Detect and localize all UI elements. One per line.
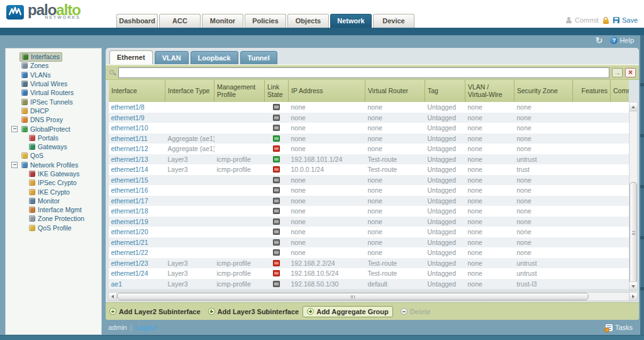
column-header-tag[interactable]: Tag (425, 80, 465, 102)
sidebar-item-ike-crypto[interactable]: IKE Crypto (6, 187, 101, 196)
sidebar-item-zone-protection[interactable]: Zone Protection (6, 214, 101, 223)
table-row[interactable]: ethernet1/12Aggregate (ae1)nonenoneUntag… (109, 144, 630, 154)
table-row[interactable]: ethernet1/8nonenoneUntaggednonenone (109, 102, 630, 113)
sidebar-item-portals[interactable]: Portals (6, 133, 101, 142)
collapse-icon[interactable] (11, 162, 18, 168)
scroll-down-arrow[interactable] (630, 281, 637, 290)
sidebar-item-dhcp[interactable]: DHCP (6, 106, 101, 115)
sidebar-item-virtual-routers[interactable]: Virtual Routers (6, 88, 101, 97)
table-row[interactable]: ethernet1/10nonenoneUntaggednonenone (109, 123, 630, 133)
vertical-scroll-thumb[interactable] (630, 182, 637, 284)
save-button[interactable]: Save (613, 16, 638, 24)
interface-link[interactable]: ethernet1/18 (109, 206, 165, 217)
column-header-security-zone[interactable]: Security Zone (514, 80, 573, 102)
nav-tab-policies[interactable]: Policies (245, 14, 286, 28)
refresh-icon[interactable]: ↻ (596, 37, 603, 44)
lock-icon[interactable] (603, 20, 609, 24)
tab-ethernet[interactable]: Ethernet (109, 50, 153, 64)
interface-link[interactable]: ethernet1/21 (109, 237, 165, 248)
table-row[interactable]: ethernet1/23Layer3icmp-profile192.168.2.… (109, 258, 630, 269)
table-row[interactable]: ethernet1/15nonenoneUntaggednonenone (109, 175, 630, 186)
interface-link[interactable]: ethernet1/14 (109, 164, 165, 175)
column-header-interface-type[interactable]: Interface Type (165, 80, 214, 102)
interface-link[interactable]: ethernet1/10 (109, 123, 165, 133)
right-panel-splitter[interactable] (640, 35, 644, 335)
column-header-virtual-router[interactable]: Virtual Router (365, 80, 425, 102)
scroll-right-arrow[interactable] (629, 293, 637, 300)
column-header-interface[interactable]: Interface (109, 80, 165, 102)
tab-tunnel[interactable]: Tunnel (240, 51, 277, 64)
search-input[interactable] (118, 67, 609, 78)
nav-tab-dashboard[interactable]: Dashboard (116, 14, 158, 28)
table-row[interactable]: ethernet1/20nonenoneUntaggednonenone (109, 227, 630, 237)
column-header-features[interactable]: Features (573, 80, 611, 102)
vertical-scrollbar[interactable] (629, 102, 638, 291)
sidebar-item-globalprotect[interactable]: GlobalProtect (6, 124, 101, 133)
table-row[interactable]: ethernet1/18nonenoneUntaggednonenone (109, 206, 630, 217)
table-row[interactable]: ethernet1/24Layer3icmp-profile192.168.10… (109, 268, 630, 279)
table-row[interactable]: ethernet1/16nonenoneUntaggednonenone (109, 185, 630, 196)
nav-tab-objects[interactable]: Objects (287, 14, 329, 28)
nav-tab-device[interactable]: Device (373, 14, 414, 28)
table-row[interactable]: ae1Layer3icmp-profile192.168.50.1/30defa… (109, 279, 630, 290)
table-row[interactable]: ethernet1/14Layer3icmp-profile10.0.0.1/2… (109, 164, 630, 175)
interface-link[interactable]: ethernet1/20 (109, 227, 165, 237)
nav-tab-monitor[interactable]: Monitor (202, 14, 243, 28)
commit-button[interactable]: Commit (565, 16, 599, 24)
interface-link[interactable]: ethernet1/13 (109, 154, 165, 165)
scroll-left-arrow[interactable] (109, 293, 117, 300)
add-layer3-subinterface-button[interactable]: Add Layer3 Subinterface (208, 308, 299, 315)
sidebar-item-zones[interactable]: Zones (6, 61, 101, 70)
column-header-comm[interactable]: Comm (611, 80, 630, 102)
sidebar-item-virtual-wires[interactable]: Virtual Wires (6, 79, 101, 88)
column-header-link-state[interactable]: Link State (265, 80, 289, 102)
interface-link[interactable]: ethernet1/12 (109, 144, 165, 154)
horizontal-scroll-thumb[interactable] (117, 293, 589, 300)
help-button[interactable]: ? Help (610, 37, 634, 44)
sidebar-item-gateways[interactable]: Gateways (6, 142, 101, 151)
sidebar-item-ipsec-crypto[interactable]: IPSec Crypto (6, 178, 101, 187)
column-header-vlan-virtual-wire[interactable]: VLAN / Virtual-Wire (465, 80, 514, 102)
interface-link[interactable]: ethernet1/23 (109, 258, 165, 269)
sidebar-item-network-profiles[interactable]: Network Profiles (6, 161, 101, 169)
sidebar-item-vlans[interactable]: VLANs (6, 71, 101, 79)
interface-link[interactable]: ethernet1/16 (109, 185, 165, 196)
interface-link[interactable]: ethernet1/11 (109, 133, 165, 144)
sidebar-item-qos-profile[interactable]: QoS Profile (6, 224, 101, 232)
column-header-management-profile[interactable]: Management Profile (214, 80, 265, 102)
sidebar-item-interface-mgmt[interactable]: Interface Mgmt (6, 205, 101, 214)
add-layer2-subinterface-button[interactable]: Add Layer2 Subinterface (109, 308, 201, 315)
interface-link[interactable]: ethernet1/8 (109, 102, 165, 113)
add-aggregate-group-button[interactable]: Add Aggregate Group (303, 306, 392, 317)
table-row[interactable]: ethernet1/21nonenoneUntaggednonenone (109, 237, 630, 248)
tab-loopback[interactable]: Loopback (191, 51, 238, 64)
table-row[interactable]: ethernet1/17nonenoneUntaggednonenone (109, 196, 630, 207)
nav-tab-network[interactable]: Network (330, 14, 372, 28)
table-row[interactable]: ethernet1/19nonenoneUntaggednonenone (109, 217, 630, 227)
interface-link[interactable]: ethernet1/9 (109, 113, 165, 123)
sidebar-item-dns-proxy[interactable]: DNS Proxy (6, 115, 101, 124)
table-row[interactable]: ethernet1/11Aggregate (ae1)nonenoneUntag… (109, 133, 630, 144)
collapse-icon[interactable] (11, 126, 18, 132)
horizontal-scrollbar[interactable] (108, 292, 638, 301)
scroll-up-arrow[interactable] (630, 103, 637, 111)
search-submit-button[interactable]: → (612, 68, 623, 77)
logout-link[interactable]: Logout (135, 324, 157, 331)
sidebar-item-interfaces[interactable]: Interfaces (6, 52, 101, 61)
search-clear-button[interactable]: × (625, 68, 636, 77)
table-row[interactable]: ethernet1/22nonenoneUntaggednonenone (109, 247, 630, 258)
sidebar-item-ike-gateways[interactable]: IKE Gateways (6, 169, 101, 178)
table-row[interactable]: ethernet1/13Layer3icmp-profile192.168.10… (109, 154, 630, 165)
interface-link[interactable]: ethernet1/15 (109, 175, 165, 186)
tasks-button[interactable]: Tasks (606, 324, 633, 331)
delete-button[interactable]: Delete (401, 308, 431, 315)
sidebar-item-ipsec-tunnels[interactable]: IPSec Tunnels (6, 97, 101, 106)
interface-link[interactable]: ethernet1/19 (109, 217, 165, 227)
column-header-ip-address[interactable]: IP Address (289, 80, 365, 102)
sidebar-item-monitor[interactable]: Monitor (6, 196, 101, 205)
tab-vlan[interactable]: VLAN (155, 51, 189, 64)
interface-link[interactable]: ethernet1/22 (109, 247, 165, 258)
interface-link[interactable]: ethernet1/24 (109, 268, 165, 279)
interface-link[interactable]: ethernet1/17 (109, 196, 165, 207)
table-row[interactable]: ethernet1/9nonenoneUntaggednonenone (109, 113, 630, 123)
